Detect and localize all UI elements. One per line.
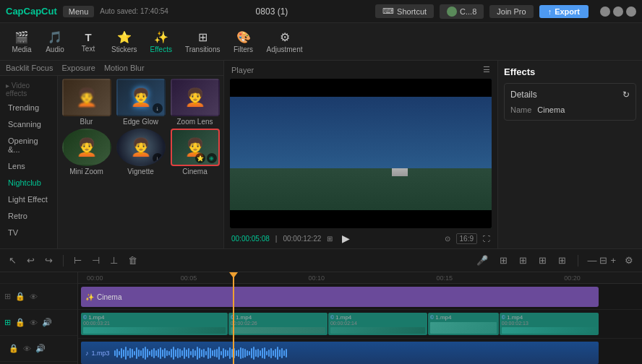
stickers-icon: ⭐ <box>117 30 132 44</box>
screenshot-icon[interactable]: ⊙ <box>445 235 450 243</box>
export-button[interactable]: ↑ Export <box>539 5 588 18</box>
timeline-right-tools: 🎤 ⊞ ⊞ ⊞ ⊞ — ⊟ + ⚙ <box>474 254 636 267</box>
lock-icon-3[interactable]: 🔒 <box>9 344 19 353</box>
tab-exposure[interactable]: Exposure <box>61 64 95 72</box>
mic-button[interactable]: 🎤 <box>474 254 491 267</box>
eye-icon-3[interactable]: 👁 <box>23 344 31 353</box>
main-track-icon: ⊞ <box>4 318 11 327</box>
player-menu-icon[interactable]: ☰ <box>483 65 490 74</box>
zoom-in-icon[interactable]: + <box>610 255 616 266</box>
redo-button[interactable]: ↪ <box>42 254 56 267</box>
nav-light-effect[interactable]: Light Effect <box>2 191 55 207</box>
video-clip-1[interactable]: © 1.mp4 00:00:03:21 <box>81 313 228 335</box>
clip5-icon: © <box>502 315 505 320</box>
effect-zoom-lens[interactable]: 🧑‍🦱 Zoom Lens <box>169 79 221 126</box>
refresh-icon[interactable]: ↻ <box>622 90 630 100</box>
cinema-clip[interactable]: ✨ Cinema <box>81 287 599 307</box>
clip3-thumb <box>330 327 425 334</box>
toolbar-text[interactable]: T Text <box>72 28 104 56</box>
nav-retro[interactable]: Retro <box>2 208 55 224</box>
right-panel: Effects Details ↻ Name Cinema <box>497 61 642 248</box>
cinema-bar-bottom <box>230 210 492 228</box>
lock-icon[interactable]: 🔒 <box>15 292 25 301</box>
clip4-thumb <box>430 322 497 334</box>
nav-trending[interactable]: Trending <box>2 100 55 116</box>
main-toolbar: 🎬 Media 🎵 Audio T Text ⭐ Stickers ✨ Effe… <box>0 23 642 61</box>
panel-title: Effects <box>504 66 636 77</box>
effect-cinema[interactable]: 🧑‍🦱 ⭐⊕ Cinema <box>169 129 221 176</box>
details-label: Details <box>510 90 537 100</box>
audio-clip-icon: ♪ <box>85 350 89 357</box>
volume-icon[interactable]: 🔊 <box>42 318 52 327</box>
toolbar-effects[interactable]: ✨ Effects <box>145 27 178 56</box>
tab-motion-blur[interactable]: Motion Blur <box>104 64 145 72</box>
name-label: Name <box>510 105 531 114</box>
effect-vignette[interactable]: 🧑‍🦱 ↓ Vignette <box>115 129 166 176</box>
toolbar-stickers[interactable]: ⭐ Stickers <box>106 27 143 56</box>
toolbar-filters[interactable]: 🎨 Filters <box>228 27 260 56</box>
video-clip-4[interactable]: © 1.mp4 <box>428 313 499 335</box>
video-preview <box>230 79 492 228</box>
crop-left-tool[interactable]: ⊣ <box>89 254 103 267</box>
effects-body: ▸ Video effects Trending Scanning Openin… <box>0 76 223 248</box>
zoom-slider[interactable]: ⊟ <box>599 255 607 266</box>
effect-blur[interactable]: 🧑‍🦱 Blur <box>61 79 112 126</box>
toolbar-media[interactable]: 🎬 Media <box>6 27 38 56</box>
eye-icon[interactable]: 👁 <box>30 292 38 301</box>
nav-scanning[interactable]: Scanning <box>2 116 55 132</box>
audio-clip[interactable]: ♪ 1.mp3 <box>81 342 599 364</box>
split-tool[interactable]: ⊢ <box>71 254 85 267</box>
maximize-button[interactable] <box>613 6 623 17</box>
tab-backlit-focus[interactable]: Backlit Focus <box>6 64 53 72</box>
nav-nightclub[interactable]: Nightclub <box>2 175 55 191</box>
frame-selector[interactable]: ⊞ <box>327 235 333 243</box>
user-button[interactable]: C...8 <box>440 4 484 19</box>
lock-icon-2[interactable]: 🔒 <box>15 318 25 327</box>
settings-icon[interactable]: ⚙ <box>622 254 636 267</box>
effect-mini-zoom[interactable]: 🧑‍🦱 Mini Zoom <box>61 129 112 176</box>
video-track-controls: ⊞ 🔒 👁 🔊 <box>0 310 77 336</box>
crop-right-tool[interactable]: ⊥ <box>107 254 121 267</box>
eye-icon-2[interactable]: 👁 <box>30 318 38 327</box>
nav-opening[interactable]: Opening &... <box>2 133 55 157</box>
toolbar-audio[interactable]: 🎵 Audio <box>39 27 71 56</box>
track-controls-strip: ⊞ 🔒 👁 ⊞ 🔒 👁 🔊 🔒 👁 🔊 <box>0 272 78 364</box>
upload-icon: ↑ <box>548 7 552 16</box>
clip3-label: © 1.mp4 <box>330 314 425 321</box>
effect-edge-glow[interactable]: 🧑‍🦱 ↓ Edge Glow <box>115 79 166 126</box>
track-tool-2[interactable]: ⊞ <box>516 254 530 267</box>
fullscreen-icon[interactable]: ⛶ <box>483 235 490 243</box>
close-button[interactable] <box>626 6 636 17</box>
toolbar-transitions[interactable]: ⊞ Transitions <box>179 27 226 56</box>
keyboard-icon: ⌨ <box>382 6 394 16</box>
track-tool-1[interactable]: ⊞ <box>497 254 510 267</box>
menu-button[interactable]: Menu <box>63 6 95 17</box>
shortcut-button[interactable]: ⌨ Shortcut <box>375 4 434 18</box>
time-current: 00:00:05:08 <box>231 235 270 243</box>
video-clip-2[interactable]: © 1.mp4 00:00:02:26 <box>228 313 328 335</box>
toolbar-adjustment[interactable]: ⚙ Adjustment <box>261 27 309 56</box>
video-clip-5[interactable]: © 1.mp4 00:00:02:13 <box>500 313 599 335</box>
play-button[interactable]: ▶ <box>338 231 353 246</box>
nav-lens[interactable]: Lens <box>2 158 55 174</box>
link-tool[interactable]: ⊞ <box>555 254 569 267</box>
zoom-out-icon[interactable]: — <box>587 255 596 266</box>
join-pro-button[interactable]: Join Pro <box>489 5 533 18</box>
video-clip-3[interactable]: © 1.mp4 00:00:02:14 <box>328 313 427 335</box>
aspect-ratio[interactable]: 16:9 <box>456 233 477 244</box>
timeline-toolbar: ↖ ↩ ↪ ⊢ ⊣ ⊥ 🗑 🎤 ⊞ ⊞ ⊞ ⊞ — ⊟ + ⚙ <box>0 249 642 272</box>
delete-tool[interactable]: 🗑 <box>125 254 140 267</box>
select-tool[interactable]: ↖ <box>6 254 20 267</box>
time-separator: | <box>275 235 278 243</box>
volume-icon-2[interactable]: 🔊 <box>35 344 46 353</box>
effects-tabs: Backlit Focus Exposure Motion Blur <box>0 61 223 76</box>
track-tool-3[interactable]: ⊞ <box>536 254 549 267</box>
ruler-mark-2: 00:10 <box>252 274 380 282</box>
undo-button[interactable]: ↩ <box>24 254 38 267</box>
topbar: CapCapCut Menu Auto saved: 17:40:54 0803… <box>0 0 642 23</box>
name-value: Cinema <box>537 105 565 114</box>
nav-tv[interactable]: TV <box>2 225 55 240</box>
minimize-button[interactable] <box>600 6 610 17</box>
cinema-bar-top <box>230 79 492 97</box>
audio-clip-track: ♪ 1.mp3 <box>78 339 642 364</box>
